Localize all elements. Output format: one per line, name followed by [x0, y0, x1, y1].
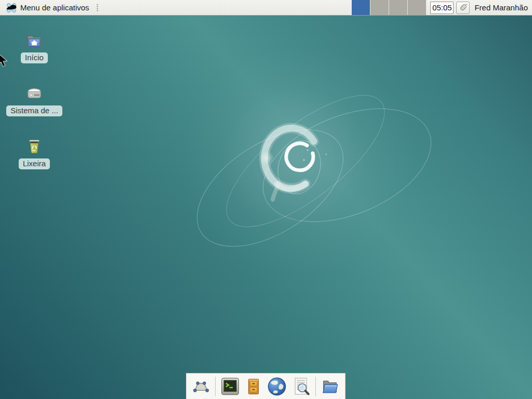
hard-drive-icon — [25, 85, 44, 103]
application-finder-button[interactable] — [291, 376, 311, 397]
debian-swirl-wallpaper — [0, 0, 532, 399]
desktop-icon-home[interactable]: Início — [8, 31, 60, 63]
terminal-button[interactable] — [220, 376, 241, 397]
show-desktop-icon — [191, 378, 211, 395]
workspace-4[interactable] — [408, 0, 427, 15]
desktop-icon-filesystem[interactable]: Sistema de ... — [8, 84, 60, 116]
workspace-3[interactable] — [389, 0, 408, 15]
applications-menu-button[interactable]: Menu de aplicativos — [3, 1, 91, 15]
desktop-icon-label: Lixeira — [19, 158, 50, 169]
panel-handle[interactable] — [96, 4, 99, 11]
mouse-icon — [458, 3, 468, 12]
home-folder-icon — [25, 32, 44, 50]
file-cabinet-button[interactable] — [245, 377, 262, 396]
file-manager-button[interactable] — [320, 377, 340, 396]
clock-time: 05:05 — [432, 3, 452, 12]
terminal-icon — [220, 376, 241, 397]
mouse-cursor — [0, 53, 9, 68]
file-manager-folder-icon — [320, 377, 340, 396]
trash-icon — [25, 137, 43, 156]
dock-separator — [315, 377, 316, 396]
desktop-icon-label: Início — [21, 52, 48, 63]
action-button[interactable] — [456, 2, 470, 14]
clock: 05:05 — [430, 2, 454, 14]
workspace-switcher — [352, 0, 427, 15]
file-cabinet-icon — [245, 377, 262, 396]
workspace-1[interactable] — [352, 0, 370, 15]
show-desktop-button[interactable] — [191, 378, 211, 395]
user-menu[interactable]: Fred Maranhão — [474, 3, 528, 12]
workspace-2[interactable] — [370, 0, 389, 15]
top-panel: Menu de aplicativos 05:05 Fred Maranhão — [0, 0, 532, 16]
desktop-icon-label: Sistema de ... — [6, 105, 62, 116]
dock-separator — [215, 377, 216, 396]
desktop-icon-trash[interactable]: Lixeira — [8, 137, 60, 169]
xfce-logo-icon — [5, 2, 18, 14]
web-browser-globe-icon — [267, 376, 287, 397]
web-browser-button[interactable] — [267, 376, 287, 397]
application-finder-icon — [291, 376, 311, 397]
dock-panel — [186, 373, 345, 399]
applications-menu-label: Menu de aplicativos — [20, 3, 89, 12]
